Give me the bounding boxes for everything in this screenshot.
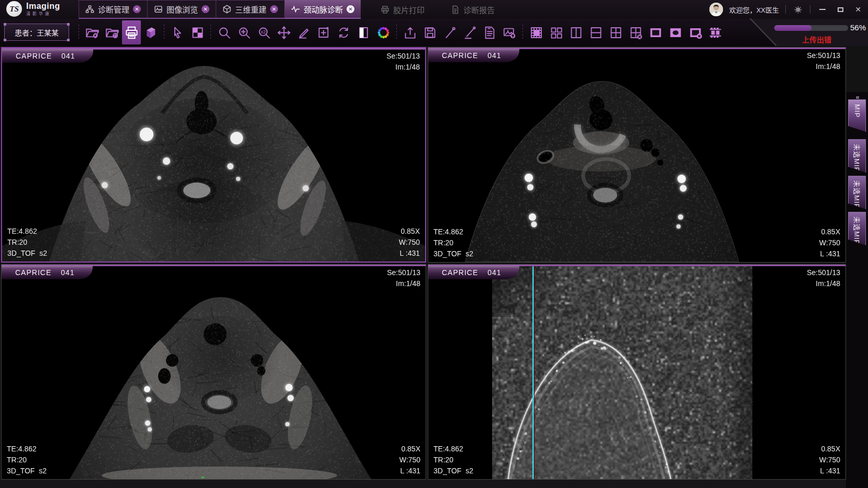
tab-carotid-diagnosis[interactable]: 颈动脉诊断 ✕ — [285, 0, 361, 19]
window-params: 0.85XW:750L :431 — [399, 444, 420, 476]
layout-grid-4x4-button[interactable] — [526, 20, 546, 44]
grid-bottom-strip — [0, 480, 846, 488]
filmstrip-button[interactable] — [705, 20, 725, 44]
tab-film-print[interactable]: 胶片打印 — [374, 0, 431, 19]
window-contrast-icon — [357, 26, 371, 40]
close-tab-icon[interactable]: ✕ — [202, 5, 209, 13]
pan-move-button[interactable] — [274, 20, 294, 44]
layout-split-vertical-button[interactable] — [566, 20, 586, 44]
scan-params: TE:4.862TR:203D_TOF s2 — [433, 444, 473, 476]
viewport-bottom-left[interactable]: CAPRICE041 Se:501/13Im:1/48 TE:4.862TR:2… — [1, 264, 426, 480]
color-palette-wheel-button[interactable] — [373, 20, 393, 44]
sidebar-tab-unselected-mip-2[interactable]: 未选MIP — [848, 176, 866, 209]
scan-params: TE:4.862TR:203D_TOF s2 — [433, 226, 473, 259]
volume-3d-cube-icon — [144, 26, 158, 40]
viewport-bottom-right[interactable]: CAPRICE041 Se:501/13Im:1/48 TE:4.862TR:2… — [428, 264, 846, 480]
zoom-2x-lens-icon: x2 — [257, 26, 271, 40]
tab-image-browse[interactable]: 图像浏览 ✕ — [148, 0, 216, 19]
device-label: CAPRICE041 — [2, 266, 93, 279]
scan-params: TE:4.862TR:203D_TOF s2 — [7, 226, 47, 259]
tab-label: 诊断报告 — [463, 4, 495, 15]
rotate-sync-button[interactable] — [333, 20, 353, 44]
image-icon — [154, 5, 163, 14]
layout-close-filled-icon — [688, 26, 703, 40]
rotate-sync-icon — [337, 26, 351, 40]
tab-diagnosis-report[interactable]: 诊断报告 — [444, 0, 501, 19]
upload-export-icon — [403, 26, 417, 40]
layout-close-filled-button[interactable] — [685, 20, 705, 44]
tool-buttons: x2 — [75, 20, 725, 44]
select-cursor-icon — [171, 26, 185, 40]
waveform-icon — [291, 5, 300, 14]
mri-image-axial-3[interactable] — [2, 265, 426, 479]
filmstrip-icon — [708, 26, 722, 40]
tab-label: 胶片打印 — [393, 4, 425, 15]
mri-image-axial-1[interactable] — [2, 48, 425, 262]
tab-diagnosis-management[interactable]: 诊断管理 ✕ — [79, 0, 148, 19]
patient-selector[interactable]: 患者：王某某 — [4, 24, 69, 41]
toolbar-separator — [519, 20, 526, 44]
color-palette-wheel-icon — [376, 26, 391, 40]
window-params: 0.85XW:750L :431 — [819, 444, 840, 476]
zoom-in-lens-button[interactable] — [234, 20, 254, 44]
annotation-add-box-button[interactable] — [314, 20, 333, 44]
new-study-folder-add-button[interactable] — [102, 20, 122, 44]
series-info: Se:501/13Im:1/48 — [386, 51, 420, 73]
layout-grid-close-button[interactable] — [626, 20, 646, 44]
close-tab-icon[interactable]: ✕ — [133, 5, 141, 13]
layout-ellipse-filled-icon — [669, 26, 683, 40]
viewport-top-left[interactable]: CAPRICE041 Se:501/13Im:1/48 TE:4.862TR:2… — [1, 47, 426, 263]
close-tab-icon[interactable]: ✕ — [270, 5, 278, 13]
minimize-button[interactable] — [817, 4, 828, 15]
report-document-icon — [483, 26, 497, 40]
measure-line-button[interactable] — [460, 20, 480, 44]
printer-icon — [381, 5, 390, 14]
layout-grid-quad-button[interactable] — [606, 20, 626, 44]
upload-export-button[interactable] — [400, 20, 420, 44]
layout-grid-4x4-icon — [529, 26, 543, 40]
measure-line-icon — [463, 26, 477, 40]
close-button[interactable]: ✕ — [852, 4, 864, 15]
layout-single-filled-button[interactable] — [646, 20, 665, 44]
open-study-folder-gear-button[interactable] — [82, 20, 102, 44]
sidebar-tab-unselected-mip-3[interactable]: 未选MIP — [848, 212, 866, 245]
mip-sidebar: « MIP 未选MIP 未选MIP 未选MIP — [846, 92, 868, 488]
zoom-lens-button[interactable] — [214, 20, 234, 44]
tile-checkerboard-button[interactable] — [187, 20, 207, 44]
user-avatar[interactable] — [709, 3, 723, 16]
divider — [785, 5, 786, 14]
toolbar-separator — [393, 20, 400, 44]
layout-split-horizontal-button[interactable] — [586, 20, 606, 44]
layout-split-vertical-icon — [569, 26, 583, 40]
sidebar-tab-unselected-mip-1[interactable]: 未选MIP — [848, 139, 866, 173]
select-cursor-button[interactable] — [168, 20, 187, 44]
viewport-top-right[interactable]: CAPRICE041 Se:501/13Im:1/48 TE:4.862TR:2… — [428, 47, 846, 263]
layout-ellipse-filled-button[interactable] — [665, 20, 685, 44]
window-contrast-button[interactable] — [353, 20, 373, 44]
close-tab-icon[interactable]: ✕ — [347, 5, 354, 13]
report-document-button[interactable] — [480, 20, 499, 44]
measure-probe-button[interactable] — [440, 20, 460, 44]
image-export-upload-icon — [503, 26, 517, 40]
mri-image-axial-2[interactable] — [428, 48, 845, 262]
image-export-upload-button[interactable] — [499, 20, 519, 44]
zoom-2x-lens-button[interactable]: x2 — [254, 20, 274, 44]
print-button[interactable] — [122, 20, 141, 44]
device-label: CAPRICE041 — [428, 266, 519, 279]
viewport-grid: CAPRICE041 Se:501/13Im:1/48 TE:4.862TR:2… — [0, 46, 868, 488]
sidebar-tab-mip[interactable]: MIP — [848, 99, 866, 132]
mri-image-mip[interactable] — [428, 265, 845, 479]
tile-checkerboard-icon — [191, 26, 205, 40]
app-logo: TS Imaging 清影华康 — [6, 1, 60, 17]
volume-3d-cube-button[interactable] — [141, 20, 161, 44]
draw-pencil-button[interactable] — [294, 20, 314, 44]
maximize-button[interactable] — [834, 4, 846, 15]
layout-split-horizontal-icon — [589, 26, 603, 40]
settings-gear-icon[interactable] — [792, 4, 804, 15]
save-disk-button[interactable] — [420, 20, 440, 44]
device-label: CAPRICE041 — [428, 49, 519, 62]
layout-grid-2x2-button[interactable] — [546, 20, 566, 44]
tab-3d-reconstruction[interactable]: 三维重建 ✕ — [216, 0, 285, 19]
sitemap-icon — [85, 5, 94, 14]
window-params: 0.85XW:750L :431 — [399, 226, 420, 259]
